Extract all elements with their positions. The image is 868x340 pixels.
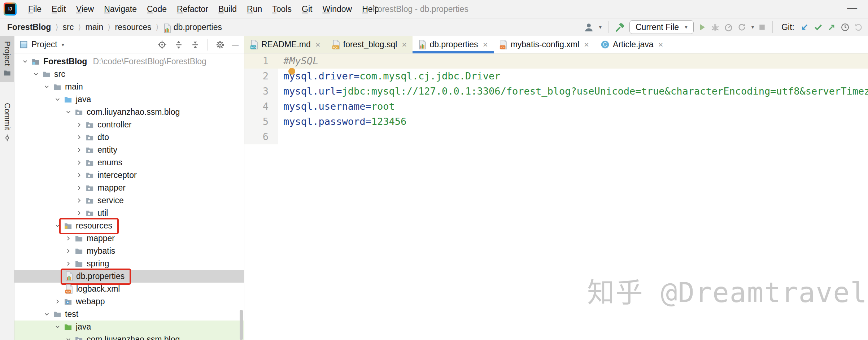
debug-button[interactable] [711, 23, 720, 32]
code-line-5[interactable]: 5mysql.password=123456 [244, 114, 868, 129]
editor-body[interactable]: 1#MySQL2mysql.driver=com.mysql.cj.jdbc.D… [244, 53, 868, 340]
tree-row-webapp[interactable]: webapp [14, 295, 244, 308]
tab-article.java[interactable]: CArticle.java× [595, 36, 669, 53]
tab-close-icon[interactable]: × [658, 40, 663, 50]
tree-row-interceptor[interactable]: interceptor [14, 169, 244, 182]
chevron-collapsed-icon[interactable] [64, 235, 73, 241]
tree-row-util[interactable]: util [14, 207, 244, 219]
tree-row-service[interactable]: service [14, 194, 244, 207]
chevron-expanded-icon[interactable] [64, 109, 73, 115]
tree-row-controller[interactable]: controller [14, 118, 244, 131]
git-push-button[interactable] [827, 23, 836, 32]
menu-file[interactable]: File [23, 2, 47, 16]
expand-all-icon[interactable] [172, 40, 185, 49]
breadcrumb-item-main[interactable]: main [85, 22, 103, 32]
tab-mybatis-config.xml[interactable]: <>mybatis-config.xml× [494, 36, 595, 53]
chevron-collapsed-icon[interactable] [74, 197, 84, 204]
minimize-button[interactable]: — [847, 2, 857, 14]
tab-db.properties[interactable]: db.properties× [413, 36, 493, 53]
chevron-expanded-icon[interactable] [42, 84, 51, 90]
git-commit-check-button[interactable] [814, 22, 823, 32]
history-clock-button[interactable] [841, 23, 850, 32]
chevron-collapsed-icon[interactable] [53, 298, 62, 305]
tab-close-icon[interactable]: × [584, 40, 589, 50]
code-line-3[interactable]: 3mysql.url=jdbc:mysql://127.0.0.1:3306/f… [244, 84, 868, 99]
chevron-expanded-icon[interactable] [64, 336, 73, 340]
chevron-collapsed-icon[interactable] [74, 185, 84, 191]
tree-row-enums[interactable]: enums [14, 156, 244, 169]
tree-row-db.properties[interactable]: db.properties [14, 270, 244, 283]
code-line-1[interactable]: 1#MySQL [244, 53, 868, 69]
build-hammer-icon[interactable] [615, 22, 625, 32]
chevron-collapsed-icon[interactable] [74, 147, 84, 153]
tree-row-src[interactable]: src [14, 68, 244, 80]
menu-refactor[interactable]: Refactor [172, 2, 213, 16]
tree-row-logback.xml[interactable]: <>logback.xml [14, 283, 244, 295]
tab-close-icon[interactable]: × [315, 40, 320, 50]
breadcrumb-item-forestblog[interactable]: ForestBlog [7, 22, 51, 32]
chevron-collapsed-icon[interactable] [74, 122, 84, 128]
coverage-button[interactable] [737, 23, 746, 32]
gear-icon[interactable] [214, 40, 227, 49]
tree-row-main[interactable]: main [14, 80, 244, 93]
menu-code[interactable]: Code [142, 2, 172, 16]
chevron-expanded-icon[interactable] [53, 223, 62, 229]
tree-row-test[interactable]: test [14, 308, 244, 321]
chevron-collapsed-icon[interactable] [74, 134, 84, 140]
tree-scrollbar[interactable] [240, 310, 243, 340]
tree-row-java[interactable]: java [14, 93, 244, 106]
tab-forest_blog.sql[interactable]: SQLforest_blog.sql× [326, 36, 413, 53]
breadcrumb-item-resources[interactable]: resources [115, 22, 152, 32]
run-configuration-select[interactable]: Current File ▾ [629, 20, 694, 34]
chevron-collapsed-icon[interactable] [74, 172, 84, 178]
tab-readme.md[interactable]: MDREADME.md× [244, 36, 326, 53]
menu-navigate[interactable]: Navigate [99, 2, 142, 16]
tree-row-com.liuyanzhao.ssm.blog[interactable]: com.liuyanzhao.ssm.blog [14, 333, 244, 340]
menu-window[interactable]: Window [317, 2, 357, 16]
chevron-collapsed-icon[interactable] [64, 261, 73, 267]
chevron-collapsed-icon[interactable] [64, 248, 73, 254]
tree-row-mybatis[interactable]: mybatis [14, 245, 244, 257]
chevron-down-icon[interactable]: ▾ [62, 42, 65, 48]
tree-row-forestblog[interactable]: ForestBlogD:\code\ForestBlog\ForestBlog [14, 55, 244, 68]
menu-run[interactable]: Run [242, 2, 267, 16]
tool-window-button-project[interactable]: Project [0, 36, 14, 82]
menu-edit[interactable]: Edit [47, 2, 71, 16]
tree-row-com.liuyanzhao.ssm.blog[interactable]: com.liuyanzhao.ssm.blog [14, 106, 244, 118]
tree-row-spring[interactable]: spring [14, 257, 244, 270]
menu-git[interactable]: Git [297, 2, 317, 16]
code-line-2[interactable]: 2mysql.driver=com.mysql.cj.jdbc.Driver [244, 69, 868, 84]
tree-row-entity[interactable]: entity [14, 144, 244, 156]
chevron-collapsed-icon[interactable] [74, 160, 84, 166]
code-line-6[interactable]: 6 [244, 129, 868, 144]
project-panel-title[interactable]: Project [31, 40, 57, 49]
breadcrumb-item-db.properties[interactable]: db.properties [174, 22, 222, 32]
chevron-expanded-icon[interactable] [42, 311, 51, 317]
chevron-expanded-icon[interactable] [53, 96, 62, 103]
breadcrumb-item-src[interactable]: src [63, 22, 74, 32]
tab-close-icon[interactable]: × [402, 40, 407, 50]
chevron-expanded-icon[interactable] [20, 58, 30, 65]
run-button[interactable] [698, 23, 706, 31]
chevron-collapsed-icon[interactable] [74, 210, 84, 216]
collapse-all-icon[interactable] [189, 40, 202, 49]
chevron-expanded-icon[interactable] [31, 71, 40, 77]
menu-build[interactable]: Build [213, 2, 242, 16]
tree-row-resources[interactable]: resources [14, 219, 244, 232]
tree-row-mapper[interactable]: mapper [14, 182, 244, 194]
tool-window-button-commit[interactable]: Commit [0, 98, 14, 148]
menu-view[interactable]: View [71, 2, 99, 16]
hide-panel-icon[interactable]: ─ [230, 40, 240, 49]
tab-close-icon[interactable]: × [483, 40, 488, 50]
tree-row-mapper[interactable]: mapper [14, 232, 244, 245]
user-account-icon[interactable] [584, 22, 594, 32]
git-update-button[interactable] [800, 23, 809, 32]
locate-file-icon[interactable] [156, 40, 169, 49]
menu-tools[interactable]: Tools [267, 2, 297, 16]
code-line-4[interactable]: 4mysql.username=root [244, 99, 868, 114]
package-icon [85, 197, 94, 204]
profiler-button[interactable] [724, 23, 733, 32]
tree-row-java[interactable]: java [14, 321, 244, 333]
chevron-expanded-icon[interactable] [53, 324, 62, 330]
tree-row-dto[interactable]: dto [14, 131, 244, 144]
